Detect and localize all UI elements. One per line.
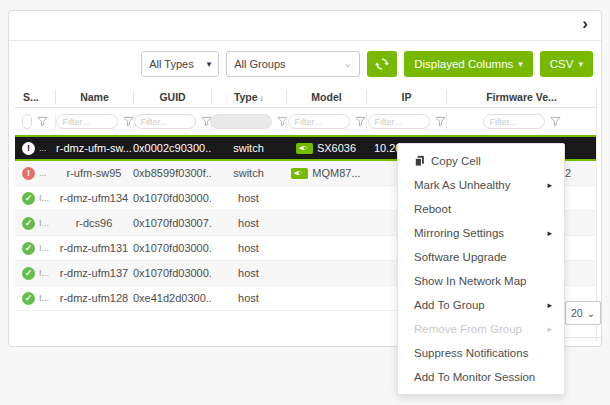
menu-item-label: Mark As Unhealthy bbox=[414, 179, 511, 191]
chevron-down-icon: ⌄ bbox=[343, 57, 352, 70]
name-cell: r-dmz-ufm128 bbox=[55, 292, 133, 304]
type-cell: switch bbox=[211, 167, 286, 179]
error-severity-icon: ! bbox=[22, 167, 35, 180]
funnel-filter-icon[interactable] bbox=[37, 113, 48, 131]
group-filter-value: All Groups bbox=[234, 58, 285, 70]
ok-severity-icon: ✓ bbox=[22, 242, 35, 255]
menu-item-reboot[interactable]: Reboot bbox=[398, 197, 564, 221]
name-cell: r-ufm-sw95 bbox=[55, 167, 133, 179]
chevron-down-icon: ⌄ bbox=[587, 308, 595, 319]
severity-cell: ✓I... bbox=[15, 217, 55, 230]
menu-item-software-upgrade[interactable]: Software Upgrade bbox=[398, 245, 564, 269]
type-cell: host bbox=[211, 192, 286, 204]
severity-cell: !... bbox=[15, 142, 55, 155]
type-cell: switch bbox=[211, 142, 286, 154]
submenu-arrow-icon: ▸ bbox=[547, 324, 552, 334]
funnel-filter-icon[interactable] bbox=[550, 113, 561, 131]
severity-filter-input[interactable] bbox=[22, 114, 32, 129]
menu-item-copy-cell[interactable]: Copy Cell bbox=[398, 149, 564, 173]
error-severity-icon: ! bbox=[22, 142, 35, 155]
model-label: SX6036 bbox=[317, 142, 356, 154]
guid-cell: 0x1070fd03000... bbox=[133, 242, 211, 254]
refresh-button[interactable] bbox=[367, 51, 397, 77]
model-label: MQM87... bbox=[312, 167, 360, 179]
group-filter-select[interactable]: All Groups ⌄ bbox=[226, 51, 360, 77]
severity-label: ... bbox=[39, 143, 47, 153]
guid-cell: 0xe41d2d0300... bbox=[133, 292, 211, 304]
severity-label: I... bbox=[39, 293, 49, 303]
menu-item-add-to-monitor-session[interactable]: Add To Monitor Session bbox=[398, 365, 564, 389]
type-cell: host bbox=[211, 267, 286, 279]
severity-cell: ✓I... bbox=[15, 192, 55, 205]
severity-label: I... bbox=[39, 268, 49, 278]
submenu-arrow-icon: ▸ bbox=[547, 180, 552, 190]
funnel-filter-icon[interactable] bbox=[355, 113, 366, 131]
menu-item-show-in-network-map[interactable]: Show In Network Map bbox=[398, 269, 564, 293]
menu-item-mark-as-unhealthy[interactable]: Mark As Unhealthy▸ bbox=[398, 173, 564, 197]
name-filter-input[interactable] bbox=[56, 114, 118, 129]
chevron-down-icon: ▾ bbox=[207, 59, 212, 69]
menu-item-mirroring-settings[interactable]: Mirroring Settings▸ bbox=[398, 221, 564, 245]
severity-cell: ✓I... bbox=[15, 267, 55, 280]
type-cell: host bbox=[211, 217, 286, 229]
guid-filter-input[interactable] bbox=[134, 114, 196, 129]
severity-label: I... bbox=[39, 243, 49, 253]
column-header-firmware[interactable]: Firmware Ve... bbox=[446, 90, 596, 104]
menu-item-label: Remove From Group bbox=[414, 323, 522, 335]
displayed-columns-button[interactable]: Displayed Columns ▾ bbox=[404, 51, 533, 77]
menu-item-label: Reboot bbox=[414, 203, 451, 215]
ip-filter-input[interactable] bbox=[368, 114, 430, 129]
column-header-model[interactable]: Model bbox=[286, 90, 366, 104]
copy-icon bbox=[414, 155, 425, 167]
refresh-icon bbox=[375, 57, 389, 71]
caret-down-icon: ▾ bbox=[578, 59, 583, 69]
column-header-guid[interactable]: GUID bbox=[133, 90, 211, 104]
csv-button[interactable]: CSV ▾ bbox=[540, 51, 593, 77]
submenu-arrow-icon: ▸ bbox=[547, 300, 552, 310]
ok-severity-icon: ✓ bbox=[22, 217, 35, 230]
severity-label: ... bbox=[39, 168, 47, 178]
nvidia-logo-icon bbox=[296, 143, 313, 154]
type-cell: host bbox=[211, 292, 286, 304]
menu-item-label: Copy Cell bbox=[431, 155, 481, 167]
column-header-ip[interactable]: IP bbox=[366, 90, 446, 104]
funnel-filter-icon[interactable] bbox=[123, 113, 134, 131]
footer-divider bbox=[561, 337, 601, 338]
ok-severity-icon: ✓ bbox=[22, 267, 35, 280]
column-header-name[interactable]: Name bbox=[55, 90, 133, 104]
model-filter-input[interactable] bbox=[288, 114, 350, 129]
guid-cell: 0x0002c90300... bbox=[133, 142, 211, 154]
firmware-filter-input[interactable] bbox=[483, 114, 545, 129]
menu-item-remove-from-group: Remove From Group▸ bbox=[398, 317, 564, 341]
panel-topbar: › bbox=[9, 11, 601, 41]
ok-severity-icon: ✓ bbox=[22, 292, 35, 305]
type-filter-input bbox=[210, 114, 272, 129]
table-filter-row bbox=[15, 108, 596, 135]
name-cell: r-dmz-ufm134 bbox=[55, 192, 133, 204]
funnel-filter-icon[interactable] bbox=[435, 113, 446, 131]
guid-cell: 0x1070fd03007... bbox=[133, 217, 211, 229]
menu-item-label: Software Upgrade bbox=[414, 251, 507, 263]
type-filter-value: All Types bbox=[149, 58, 193, 70]
menu-item-label: Add To Group bbox=[414, 299, 485, 311]
sort-desc-icon: ↓ bbox=[260, 93, 265, 103]
guid-cell: 0x1070fd03000... bbox=[133, 267, 211, 279]
severity-cell: ✓I... bbox=[15, 242, 55, 255]
type-filter-select[interactable]: All Types ▾ bbox=[141, 51, 219, 77]
type-cell: host bbox=[211, 242, 286, 254]
name-cell: r-dmz-ufm137 bbox=[55, 267, 133, 279]
menu-item-add-to-group[interactable]: Add To Group▸ bbox=[398, 293, 564, 317]
severity-cell: !... bbox=[15, 167, 55, 180]
table-header-row: S... Name GUID Type↓ Model IP Firmware V… bbox=[15, 87, 596, 108]
nvidia-logo-icon bbox=[291, 168, 308, 179]
collapse-panel-icon[interactable]: › bbox=[582, 14, 588, 34]
column-header-severity[interactable]: S... bbox=[15, 91, 55, 103]
model-cell: SX6036 bbox=[286, 142, 366, 154]
menu-item-label: Add To Monitor Session bbox=[414, 371, 535, 383]
column-header-type[interactable]: Type↓ bbox=[211, 90, 286, 104]
toolbar: All Types ▾ All Groups ⌄ Displayed Colum… bbox=[9, 41, 601, 86]
page-size-select[interactable]: 20 ⌄ bbox=[565, 301, 601, 325]
severity-cell: ✓I... bbox=[15, 292, 55, 305]
menu-item-suppress-notifications[interactable]: Suppress Notifications bbox=[398, 341, 564, 365]
caret-down-icon: ▾ bbox=[518, 59, 523, 69]
